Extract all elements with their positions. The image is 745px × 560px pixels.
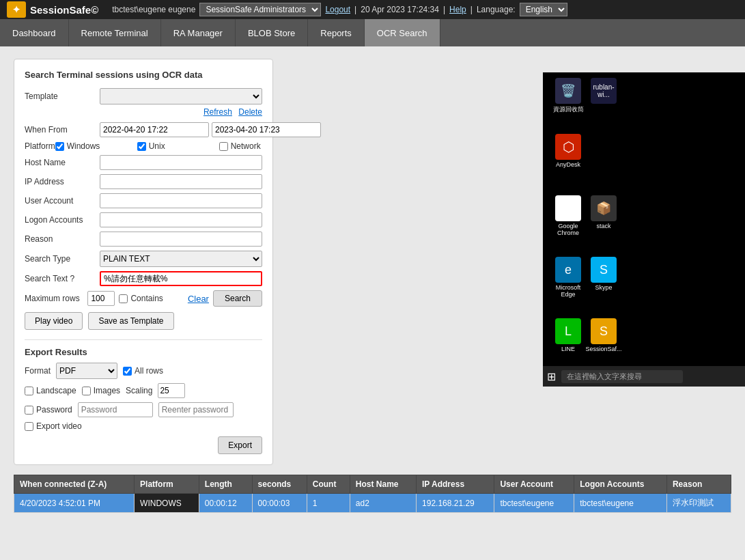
nav-remote-terminal[interactable]: Remote Terminal xyxy=(69,19,161,46)
network-checkbox-label[interactable]: Network xyxy=(219,141,294,151)
results-table: When connected (Z-A) Platform Length sec… xyxy=(14,475,731,513)
password-input[interactable] xyxy=(78,402,153,417)
icon-stack[interactable]: 📦 stack xyxy=(585,195,622,229)
reason-input[interactable] xyxy=(100,232,262,247)
reason-row: Reason xyxy=(25,232,262,247)
icon-sessionsafe[interactable]: S SessionSaf... xyxy=(585,318,622,352)
nav-ra-manager[interactable]: RA Manager xyxy=(161,19,236,46)
cell-host-name: ad2 xyxy=(350,494,416,513)
windows-checkbox[interactable] xyxy=(55,142,64,151)
images-label[interactable]: Images xyxy=(82,386,120,395)
nav-dashboard[interactable]: Dashboard xyxy=(0,19,69,46)
landscape-checkbox[interactable] xyxy=(25,387,33,395)
app-name: SessionSafe© xyxy=(30,4,98,16)
platform-row: Platform Windows Unix Network xyxy=(25,141,262,151)
icon-line[interactable]: L LINE xyxy=(550,318,587,352)
nav-reports[interactable]: Reports xyxy=(308,19,365,46)
user-info: tbctest\eugene eugene SessionSafe Admini… xyxy=(112,3,567,16)
search-type-select[interactable]: PLAIN TEXT xyxy=(100,251,262,267)
top-bar: ✦ SessionSafe© tbctest\eugene eugene Ses… xyxy=(0,0,745,19)
role-select[interactable]: SessionSafe Administrators xyxy=(199,3,321,16)
format-select[interactable]: PDF CSV Excel xyxy=(56,363,117,379)
taskbar: ⊞ 在這裡輸入文字來搜尋 下午 04:522023/4/20 xyxy=(543,366,745,387)
user-account-input[interactable] xyxy=(100,193,262,208)
clear-link[interactable]: Clear xyxy=(188,294,209,304)
contains-checkbox-label[interactable]: Contains xyxy=(119,294,182,303)
table-row[interactable]: 4/20/2023 4:52:01 PM WINDOWS 00:00:12 00… xyxy=(14,494,731,513)
unix-checkbox[interactable] xyxy=(137,142,146,151)
language-select[interactable]: English xyxy=(520,3,567,16)
max-rows-input[interactable] xyxy=(87,291,115,306)
help-link[interactable]: Help xyxy=(449,5,466,14)
logon-accounts-label: Logon Accounts xyxy=(25,215,100,225)
video-panel: 00:00:03 🗑️ 資源回收筒 rublan-wi... ⬡ AnyDesk xyxy=(543,59,745,465)
search-text-input[interactable] xyxy=(100,271,262,286)
col-count[interactable]: Count xyxy=(307,475,350,494)
export-video-label[interactable]: Export video xyxy=(25,421,82,431)
max-rows-label: Maximum rows xyxy=(25,294,87,303)
password-label: Password xyxy=(36,405,72,415)
video-frame: 🗑️ 資源回收筒 rublan-wi... ⬡ AnyDesk G Google… xyxy=(543,72,745,387)
all-rows-checkbox[interactable] xyxy=(123,367,132,376)
ip-address-input[interactable] xyxy=(100,174,262,189)
col-host-name[interactable]: Host Name xyxy=(350,475,416,494)
taskbar-search[interactable]: 在這裡輸入文字來搜尋 xyxy=(561,370,683,383)
password-row: Password xyxy=(25,402,262,417)
password-checkbox-label[interactable]: Password xyxy=(25,405,72,415)
export-button[interactable]: Export xyxy=(218,436,262,454)
icon-anydesk[interactable]: ⬡ AnyDesk xyxy=(550,134,587,168)
logout-link[interactable]: Logout xyxy=(325,5,350,14)
reenter-password-input[interactable] xyxy=(158,402,234,417)
delete-link[interactable]: Delete xyxy=(238,107,262,117)
cell-platform: WINDOWS xyxy=(135,494,199,513)
search-button[interactable]: Search xyxy=(213,290,262,307)
col-logon-accounts[interactable]: Logon Accounts xyxy=(574,475,667,494)
windows-checkbox-label[interactable]: Windows xyxy=(55,141,130,151)
contains-checkbox[interactable] xyxy=(119,294,128,303)
host-name-input[interactable] xyxy=(100,155,262,170)
unix-checkbox-label[interactable]: Unix xyxy=(137,141,212,151)
play-video-button[interactable]: Play video xyxy=(25,312,83,330)
scaling-input[interactable] xyxy=(158,383,185,398)
all-rows-label[interactable]: All rows xyxy=(123,366,163,376)
icon-google[interactable]: G Google Chrome xyxy=(550,195,587,236)
export-video-row: Export video xyxy=(25,421,262,431)
logo-icon: ✦ xyxy=(7,1,26,18)
icon-edge[interactable]: e Microsoft Edge xyxy=(550,257,587,298)
col-user-account[interactable]: User Account xyxy=(494,475,574,494)
edge-icon: e xyxy=(555,257,581,283)
col-platform[interactable]: Platform xyxy=(135,475,199,494)
col-ip-address[interactable]: IP Address xyxy=(417,475,494,494)
col-reason[interactable]: Reason xyxy=(666,475,731,494)
icon-skype[interactable]: S Skype xyxy=(585,257,622,291)
save-template-button[interactable]: Save as Template xyxy=(88,312,173,330)
col-length[interactable]: Length xyxy=(199,475,252,494)
maxrows-row: Maximum rows Contains Clear Search xyxy=(25,290,262,307)
when-from-input1[interactable] xyxy=(100,122,209,137)
when-from-input2[interactable] xyxy=(212,122,321,137)
export-video-text: Export video xyxy=(36,421,82,431)
template-select[interactable] xyxy=(100,88,262,104)
export-video-checkbox[interactable] xyxy=(25,422,33,431)
password-checkbox[interactable] xyxy=(25,406,33,415)
user-account-label: User Account xyxy=(25,196,100,206)
main-content: Search Terminal sessions using OCR data … xyxy=(0,46,745,520)
col-when-connected[interactable]: When connected (Z-A) xyxy=(14,475,135,494)
landscape-label[interactable]: Landscape xyxy=(25,386,76,395)
network-checkbox[interactable] xyxy=(219,142,228,151)
images-checkbox[interactable] xyxy=(82,387,91,395)
icon-recycle[interactable]: 🗑️ 資源回收筒 xyxy=(550,78,587,114)
col-seconds[interactable]: seconds xyxy=(252,475,307,494)
nav-blob-store[interactable]: BLOB Store xyxy=(236,19,308,46)
logon-accounts-input[interactable] xyxy=(100,212,262,227)
landscape-text: Landscape xyxy=(36,386,76,395)
date-time: 20 Apr 2023 17:24:34 xyxy=(361,5,439,14)
refresh-link[interactable]: Refresh xyxy=(203,107,232,117)
pipe-divider3: | xyxy=(470,5,473,14)
icon-rublan[interactable]: rublan-wi... xyxy=(585,78,622,105)
taskbar-start[interactable]: ⊞ xyxy=(547,370,556,383)
nav-ocr-search[interactable]: OCR Search xyxy=(365,19,440,46)
pipe-divider: | xyxy=(354,5,356,14)
sessionsafe-icon: S xyxy=(591,318,617,344)
results-area: When connected (Z-A) Platform Length sec… xyxy=(14,475,731,513)
